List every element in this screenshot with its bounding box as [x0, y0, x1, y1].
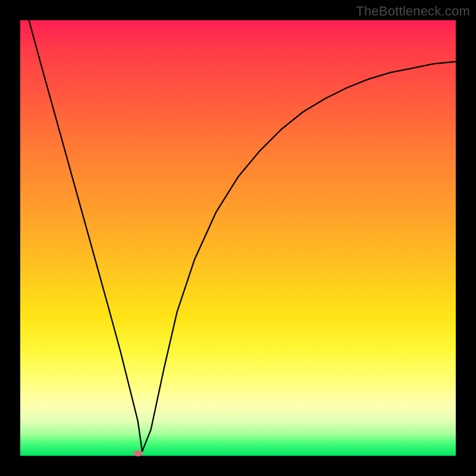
watermark-text: TheBottleneck.com	[356, 4, 470, 19]
marker-dot	[133, 450, 143, 456]
plot-area	[20, 20, 456, 456]
curve-svg	[20, 20, 456, 456]
chart-frame: TheBottleneck.com	[0, 0, 476, 476]
bottleneck-curve	[29, 20, 456, 452]
